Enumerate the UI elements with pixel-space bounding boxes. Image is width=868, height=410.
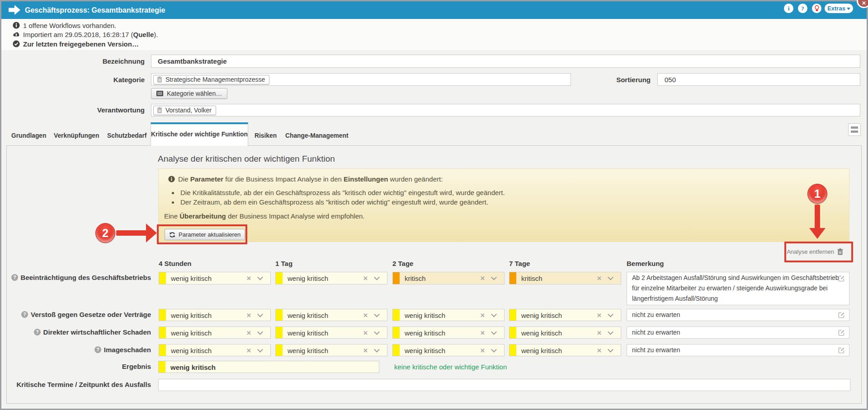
- chevron-down-icon[interactable]: [608, 275, 613, 280]
- verantwortung-chip[interactable]: Vorstand, Volker: [153, 106, 216, 115]
- remark-verstoss[interactable]: nicht zu erwarten: [627, 309, 849, 321]
- select-imageschaden-2t[interactable]: wenig kritisch✕: [392, 344, 505, 356]
- clear-icon[interactable]: ✕: [597, 329, 602, 336]
- chevron-down-icon[interactable]: [608, 346, 613, 352]
- edit-icon[interactable]: [838, 347, 845, 354]
- clear-icon[interactable]: ✕: [597, 312, 602, 318]
- kategorie-waehlen-button[interactable]: Kategorie wählen…: [151, 88, 227, 99]
- chevron-down-icon[interactable]: [374, 311, 380, 317]
- remark-text: Ab 2 Arbeitstagen Ausfall/Störung sind A…: [632, 274, 839, 302]
- import-source-link[interactable]: Quelle: [133, 31, 154, 38]
- select-value: wenig kritisch: [288, 275, 328, 282]
- status-strip: 1 offene Workflows vorhanden. Importiert…: [1, 19, 867, 50]
- sortierung-input[interactable]: 050: [657, 73, 860, 86]
- chevron-down-icon[interactable]: [257, 346, 263, 352]
- question-circle-icon[interactable]: ?: [11, 274, 18, 281]
- select-value: wenig kritisch: [171, 346, 212, 354]
- tab-verknuepfungen[interactable]: Verknüpfungen: [54, 131, 99, 140]
- remark-imageschaden[interactable]: nicht zu erwarten: [627, 344, 849, 356]
- parameter-warning-box: Die Parameter für die Business Impact An…: [158, 168, 849, 242]
- column-header-bemerkung: Bemerkung: [627, 260, 664, 267]
- question-circle-icon[interactable]: ?: [21, 311, 28, 318]
- level-color-bar: [509, 309, 516, 321]
- select-verstoss-4h[interactable]: wenig kritisch✕: [159, 309, 271, 321]
- select-schaden-4h[interactable]: wenig kritisch✕: [159, 326, 271, 339]
- process-arrow-icon: [9, 5, 20, 15]
- trash-icon: [157, 76, 162, 83]
- select-beeintraechtigung-1t[interactable]: wenig kritisch✕: [275, 272, 387, 284]
- extras-menu-button[interactable]: Extras: [825, 4, 853, 13]
- select-beeintraechtigung-2t[interactable]: kritisch✕: [392, 272, 505, 284]
- question-circle-icon[interactable]: ?: [34, 329, 41, 335]
- chevron-down-icon[interactable]: [608, 311, 613, 317]
- select-imageschaden-4h[interactable]: wenig kritisch✕: [159, 344, 271, 356]
- clear-icon[interactable]: ✕: [480, 329, 485, 336]
- title-bar: Geschäftsprozess: Gesamtbankstrategie i …: [1, 1, 867, 19]
- tab-change-management[interactable]: Change-Management: [285, 131, 349, 140]
- version-link[interactable]: Zur letzten freigegebenen Version…: [23, 40, 139, 48]
- chevron-down-icon[interactable]: [257, 311, 263, 317]
- select-schaden-7t[interactable]: wenig kritisch✕: [509, 326, 621, 339]
- clear-icon[interactable]: ✕: [246, 329, 251, 336]
- remark-beeintraechtigung[interactable]: Ab 2 Arbeitstagen Ausfall/Störung sind A…: [627, 272, 849, 305]
- chevron-down-icon[interactable]: [491, 346, 497, 352]
- kategorie-chip[interactable]: Strategische Managementprozesse: [153, 75, 269, 84]
- select-schaden-2t[interactable]: wenig kritisch✕: [392, 326, 505, 339]
- chevron-down-icon[interactable]: [374, 346, 380, 352]
- chevron-down-icon[interactable]: [491, 275, 497, 280]
- tab-risiken[interactable]: Risiken: [255, 131, 277, 140]
- select-imageschaden-7t[interactable]: wenig kritisch✕: [509, 344, 621, 356]
- chevron-down-icon[interactable]: [257, 329, 263, 335]
- chevron-down-icon[interactable]: [374, 275, 380, 280]
- category-picker-icon: [156, 91, 163, 96]
- select-verstoss-7t[interactable]: wenig kritisch✕: [509, 309, 621, 321]
- chevron-down-icon[interactable]: [491, 311, 497, 317]
- chevron-down-icon[interactable]: [608, 329, 613, 335]
- question-circle-icon[interactable]: ?: [94, 346, 101, 353]
- edit-icon[interactable]: [838, 275, 845, 282]
- tab-grundlagen[interactable]: Grundlagen: [11, 131, 46, 140]
- closing-bold: Überarbeitung: [179, 212, 226, 220]
- edit-icon[interactable]: [838, 312, 845, 318]
- annotation-arrow-1: [815, 205, 820, 228]
- annotation-arrow-1-head: [809, 228, 826, 239]
- help-button[interactable]: ?: [798, 4, 807, 13]
- trash-icon: [157, 107, 162, 113]
- remark-schaden[interactable]: nicht zu erwarten: [627, 326, 849, 339]
- clear-icon[interactable]: ✕: [363, 312, 368, 318]
- kritische-termine-input[interactable]: [158, 379, 850, 391]
- layout-toggle-button[interactable]: [848, 123, 861, 136]
- check-circle-icon: [13, 40, 20, 47]
- info-button[interactable]: i: [784, 4, 793, 13]
- clear-icon[interactable]: ✕: [363, 347, 368, 354]
- chevron-down-icon[interactable]: [491, 329, 497, 335]
- clear-icon[interactable]: ✕: [246, 312, 251, 318]
- select-verstoss-2t[interactable]: wenig kritisch✕: [392, 309, 505, 321]
- select-value: wenig kritisch: [521, 311, 562, 319]
- select-verstoss-1t[interactable]: wenig kritisch✕: [275, 309, 387, 321]
- select-beeintraechtigung-7t[interactable]: kritisch✕: [509, 272, 621, 284]
- clear-icon[interactable]: ✕: [480, 275, 485, 282]
- bezeichnung-input[interactable]: Gesamtbankstrategie: [151, 55, 860, 68]
- closing-pre: Eine: [164, 212, 179, 220]
- chevron-down-icon[interactable]: [257, 275, 263, 280]
- row-label-kritische-termine: Kritische Termine / Zeitpunkt des Ausfal…: [7, 381, 151, 390]
- clear-icon[interactable]: ✕: [597, 347, 602, 354]
- clear-icon[interactable]: ✕: [363, 329, 368, 336]
- clear-icon[interactable]: ✕: [597, 275, 602, 282]
- select-schaden-1t[interactable]: wenig kritisch✕: [275, 326, 387, 339]
- clear-icon[interactable]: ✕: [363, 275, 368, 282]
- clear-icon[interactable]: ✕: [246, 275, 251, 282]
- idea-button[interactable]: [812, 4, 821, 13]
- verantwortung-input[interactable]: Vorstand, Volker: [151, 104, 860, 116]
- clear-icon[interactable]: ✕: [480, 312, 485, 318]
- clear-icon[interactable]: ✕: [246, 347, 251, 354]
- select-value: wenig kritisch: [288, 311, 328, 319]
- select-beeintraechtigung-4h[interactable]: wenig kritisch✕: [159, 272, 271, 284]
- edit-icon[interactable]: [838, 329, 845, 336]
- chevron-down-icon[interactable]: [374, 329, 380, 335]
- select-imageschaden-1t[interactable]: wenig kritisch✕: [275, 344, 387, 356]
- tab-schutzbedarf[interactable]: Schutzbedarf: [107, 131, 146, 140]
- tab-kritische-funktion-active[interactable]: Kritische oder wichtige Funktion: [151, 122, 248, 146]
- clear-icon[interactable]: ✕: [480, 347, 485, 354]
